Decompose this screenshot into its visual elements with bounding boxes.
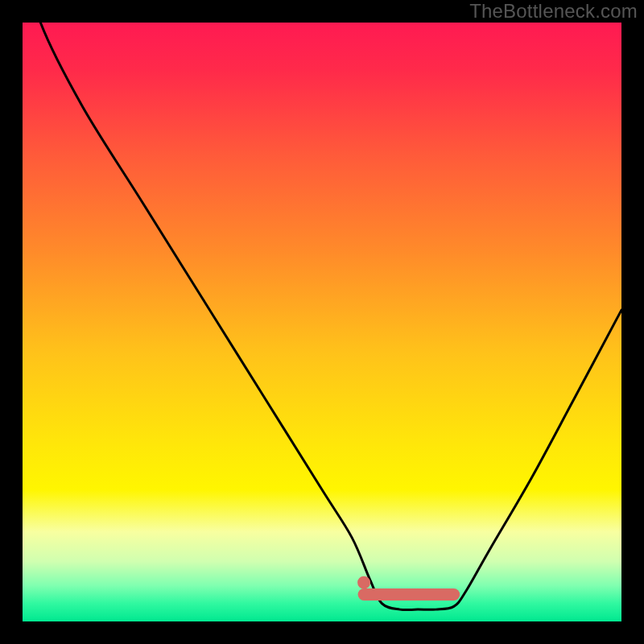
attribution-label: TheBottleneck.com (469, 0, 638, 23)
chart-frame: TheBottleneck.com (0, 0, 644, 644)
bottleneck-curve (23, 23, 621, 621)
optimal-start-dot (357, 576, 370, 589)
plot-area (23, 23, 621, 621)
curve-path (23, 23, 621, 610)
